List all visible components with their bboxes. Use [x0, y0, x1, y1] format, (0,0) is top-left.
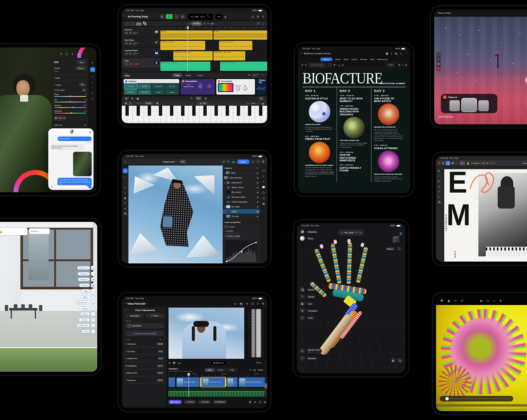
editor-button[interactable]: ✎Editor [384, 63, 396, 67]
zoom-level[interactable]: 74 % [256, 362, 261, 364]
song-title[interactable]: An Evening Song [128, 15, 148, 18]
volume-button[interactable]: ◁Volume [183, 400, 196, 404]
octave-up-icon[interactable]: › [140, 102, 141, 105]
shape-tool-icon[interactable]: ▱ [124, 207, 126, 210]
knobs-icon[interactable]: 🎚 [131, 97, 134, 100]
tab-sends[interactable]: Sends [183, 73, 194, 77]
tab-view[interactable]: View [370, 58, 374, 60]
document-name[interactable]: RH_0003 [344, 232, 354, 234]
color-mix-button[interactable]: Color mix [54, 116, 66, 120]
tab-edge[interactable]: Edge [227, 368, 238, 372]
record-enable-button[interactable]: R [133, 32, 136, 35]
lcd-tempo[interactable]: 127,0 [200, 16, 205, 18]
back-icon[interactable]: ‹ [125, 15, 126, 18]
timeline-ruler[interactable]: 00:00:15 00:00:30 00:00:45 [168, 373, 266, 377]
browser-icon[interactable] [125, 22, 129, 26]
reset-button[interactable]: ↺Reset [145, 314, 164, 318]
more-icon[interactable]: ⊙ [262, 15, 264, 18]
panel-outliner[interactable]: Outliner [79, 318, 90, 322]
settings-icon[interactable]: ⚙ [262, 302, 264, 305]
tool-label[interactable]: Sketch [306, 295, 316, 298]
wb-value[interactable]: As shot [58, 89, 64, 91]
appearance-button[interactable] [300, 229, 305, 234]
font-name-box[interactable]: Antipol Medium [308, 63, 325, 67]
lasso-tool-icon[interactable]: ◌ [124, 181, 126, 184]
color-icon[interactable] [437, 67, 440, 70]
menu-icon[interactable]: ☰ [442, 162, 444, 164]
layer-row[interactable]: Blue match◉ [223, 190, 260, 195]
fill-icon[interactable]: ◉ [438, 63, 439, 65]
timeline-clip[interactable]: Skyline_Blue_Background [239, 377, 266, 387]
grid-icon[interactable]: ▦ [137, 97, 139, 100]
settings-icon[interactable]: ⚙ [262, 160, 264, 163]
more-icon[interactable]: ⋯ [257, 102, 260, 105]
photo-attachment[interactable]: ✕ [73, 152, 92, 176]
play-icon[interactable]: ▶ [173, 361, 176, 364]
styles-icon[interactable]: ❒ [91, 295, 95, 299]
more-icon[interactable]: ⋯ [262, 74, 264, 76]
shadows-icon[interactable]: ◗ [91, 272, 95, 276]
slider-contrast[interactable]: ◑ Contrast4.41 [125, 350, 164, 355]
region[interactable]: Bass Player - Indie Disco [160, 41, 205, 50]
tab-home[interactable]: Home [320, 58, 333, 61]
text-tool-icon[interactable]: T [438, 190, 440, 193]
wand-icon[interactable]: ✦ [160, 339, 161, 341]
layer-row[interactable]: ◧Sweat...ooster◉ [223, 185, 260, 190]
back-icon[interactable]: ‹ [301, 52, 302, 55]
history-icon[interactable]: ↺ [262, 197, 265, 200]
mute-button[interactable]: M [125, 42, 128, 45]
contact-name[interactable]: Joyce [70, 133, 73, 134]
record-icon[interactable]: ◉ [441, 299, 443, 302]
help-icon[interactable]: ⓘ [257, 160, 259, 163]
select-tool-icon[interactable]: ⬚ [124, 176, 127, 178]
flipbook-frame[interactable] [478, 100, 489, 111]
measure-label[interactable]: Measure [306, 357, 318, 360]
visibility-icon[interactable]: ◉ [257, 206, 258, 208]
add-tool-icon[interactable]: ▣ [300, 301, 305, 306]
pencil-icon[interactable]: ✎ [143, 22, 147, 26]
connect-icon[interactable]: ✣ [249, 369, 252, 371]
plugin-chromaverb[interactable]: ChromaVerb Decay Time Wet [216, 79, 255, 95]
plugin-channel-eq[interactable]: Channel EQ [256, 79, 265, 95]
node-tool-icon[interactable]: ☝ [467, 162, 470, 164]
layer-row[interactable]: Noise blending◉ [223, 175, 260, 180]
panel-help[interactable]: Help [82, 329, 90, 333]
settings-icon[interactable]: ⚙ [257, 15, 259, 18]
layer-row[interactable]: ▾Sky (right)◉ [223, 204, 260, 209]
stop-button[interactable]: ■ [160, 14, 164, 19]
solo-button[interactable]: S [129, 42, 132, 45]
tab-references[interactable]: References [377, 58, 388, 60]
eraser-tool-icon[interactable]: ◊ [124, 191, 125, 194]
visibility-icon[interactable]: ◉ [257, 215, 258, 217]
pen-tool-icon[interactable]: ✒ [438, 180, 440, 183]
audio-track[interactable] [168, 388, 266, 397]
spacing-icon[interactable]: ☷ [405, 64, 407, 66]
automation-value[interactable]: Read [253, 75, 259, 77]
outliner-icon[interactable]: ☰ [91, 318, 95, 322]
panel-options-icon[interactable]: ≔ [256, 167, 258, 169]
track-row-drummer[interactable]: 1 Drummer MSR 🥁 [122, 27, 160, 37]
enhance-button[interactable]: ✦Enhance Light and Color [125, 331, 164, 336]
undo-icon[interactable]: ↺ [60, 53, 62, 55]
loop-icon[interactable]: ⬭ [493, 299, 495, 302]
brush-tool-icon[interactable]: ✑ [124, 186, 126, 189]
back-icon[interactable]: ‹ [53, 131, 54, 133]
add-mask-button[interactable]: +Add Mask [125, 323, 164, 328]
tint-slider[interactable] [54, 102, 86, 102]
overwrite-icon[interactable]: ⧉ [254, 369, 256, 371]
edit-icon[interactable]: ✎ [90, 67, 95, 72]
preset-cell[interactable]: Bright Arp [166, 90, 179, 95]
record-enable-button[interactable]: R [133, 52, 136, 55]
animate-button[interactable]: ◔Animate [198, 400, 211, 404]
cycle-button[interactable]: ↻ [180, 14, 185, 19]
pages-icon[interactable]: ▤ [451, 162, 454, 164]
crop-panel-icon[interactable]: ⌗ [263, 180, 264, 183]
timeline-clip[interactable]: … [168, 377, 175, 387]
solo-button[interactable]: S [129, 52, 132, 55]
region[interactable]: Keyboard Player - Simple Pad [220, 62, 267, 71]
slider-brightness[interactable]: ✳ Brightness9.07 [125, 357, 164, 362]
copy-icon[interactable]: ❏ [187, 22, 189, 25]
move-tool-icon[interactable]: ➤ [459, 161, 465, 165]
history-button[interactable]: History [385, 247, 395, 250]
video-preview[interactable] [168, 308, 244, 359]
